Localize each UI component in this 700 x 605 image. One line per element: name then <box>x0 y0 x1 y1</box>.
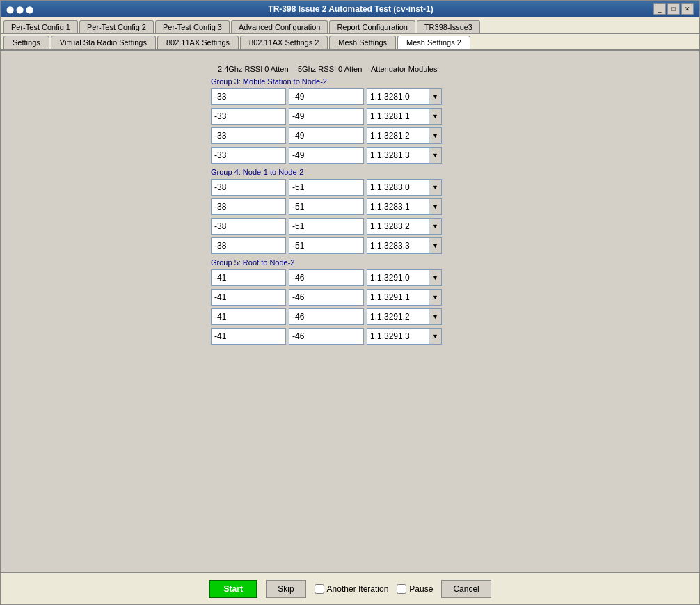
g5-r1-rssi1[interactable] <box>211 269 286 286</box>
g5-r3-dropdown-arrow[interactable]: ▼ <box>429 309 441 324</box>
table-row: 1.1.3283.3 ▼ <box>211 237 489 254</box>
g5-r4-dropdown-arrow[interactable]: ▼ <box>429 329 441 344</box>
title-bar: ⬤ ⬤ ⬤ TR-398 Issue 2 Automated Test (cv-… <box>1 1 699 17</box>
g5-r1-dropdown-arrow[interactable]: ▼ <box>429 270 441 285</box>
maximize-button[interactable]: □ <box>667 3 680 15</box>
g4-r2-module-select[interactable]: 1.1.3283.1 ▼ <box>367 198 442 215</box>
g5-r1-rssi2[interactable] <box>289 269 364 286</box>
table-row: 1.1.3291.0 ▼ <box>211 269 489 286</box>
g3-r4-module-value: 1.1.3281.3 <box>367 149 429 162</box>
g3-r3-module-value: 1.1.3281.2 <box>367 129 429 142</box>
g4-r3-rssi1[interactable] <box>211 218 286 235</box>
header-rssi2: 5Ghz RSSI 0 Atten <box>298 65 371 73</box>
tab-80211ax-settings-2[interactable]: 802.11AX Settings 2 <box>240 36 328 49</box>
g3-r3-dropdown-arrow[interactable]: ▼ <box>429 128 441 143</box>
tab-virtual-sta-radio[interactable]: Virtual Sta Radio Settings <box>51 36 156 49</box>
g4-r1-dropdown-arrow[interactable]: ▼ <box>429 180 441 195</box>
tab-report-configuration[interactable]: Report Configuration <box>329 20 415 33</box>
table-row: 1.1.3291.2 ▼ <box>211 308 489 325</box>
g5-r2-rssi1[interactable] <box>211 289 286 306</box>
table-row: 1.1.3281.2 ▼ <box>211 127 489 144</box>
table-row: 1.1.3291.3 ▼ <box>211 328 489 345</box>
pause-checkbox[interactable] <box>397 584 406 594</box>
header-rssi1: 2.4Ghz RSSI 0 Atten <box>218 65 298 73</box>
g5-r1-module-select[interactable]: 1.1.3291.0 ▼ <box>367 269 442 286</box>
g5-r2-module-select[interactable]: 1.1.3291.1 ▼ <box>367 289 442 306</box>
g4-r4-rssi1[interactable] <box>211 237 286 254</box>
g4-r1-rssi2[interactable] <box>289 179 364 196</box>
g3-r4-dropdown-arrow[interactable]: ▼ <box>429 148 441 163</box>
table-row: 1.1.3291.1 ▼ <box>211 289 489 306</box>
g3-r4-rssi2[interactable] <box>289 147 364 164</box>
g3-r2-module-select[interactable]: 1.1.3281.1 ▼ <box>367 108 442 125</box>
g5-r4-module-select[interactable]: 1.1.3291.3 ▼ <box>367 328 442 345</box>
tab-per-test-config-3[interactable]: Per-Test Config 3 <box>155 20 230 33</box>
g4-r3-module-select[interactable]: 1.1.3283.2 ▼ <box>367 218 442 235</box>
g4-r4-module-value: 1.1.3283.3 <box>367 239 429 252</box>
g5-r3-module-select[interactable]: 1.1.3291.2 ▼ <box>367 308 442 325</box>
g4-r2-rssi2[interactable] <box>289 198 364 215</box>
g3-r2-rssi1[interactable] <box>211 108 286 125</box>
g3-r1-module-value: 1.1.3281.0 <box>367 91 429 103</box>
g4-r4-dropdown-arrow[interactable]: ▼ <box>429 238 441 253</box>
tab-advanced-configuration[interactable]: Advanced Configuration <box>231 20 328 33</box>
g5-r3-rssi1[interactable] <box>211 308 286 325</box>
g3-r2-module-value: 1.1.3281.1 <box>367 110 429 123</box>
tab-80211ax-settings[interactable]: 802.11AX Settings <box>157 36 239 49</box>
another-iteration-checkbox[interactable] <box>315 584 324 594</box>
tab-row-2: Settings Virtual Sta Radio Settings 802.… <box>1 34 699 51</box>
g3-r3-rssi2[interactable] <box>289 127 364 144</box>
g3-r1-dropdown-arrow[interactable]: ▼ <box>429 89 441 104</box>
g4-r2-module-value: 1.1.3283.1 <box>367 201 429 213</box>
g4-r4-rssi2[interactable] <box>289 237 364 254</box>
table-row: 1.1.3281.3 ▼ <box>211 147 489 164</box>
g5-r2-rssi2[interactable] <box>289 289 364 306</box>
g5-r3-rssi2[interactable] <box>289 308 364 325</box>
table-row: 1.1.3283.1 ▼ <box>211 198 489 215</box>
g5-r4-rssi2[interactable] <box>289 328 364 345</box>
g3-r3-module-select[interactable]: 1.1.3281.2 ▼ <box>367 127 442 144</box>
another-iteration-checkbox-row: Another Iteration <box>315 584 389 594</box>
window-title: TR-398 Issue 2 Automated Test (cv-inst-1… <box>48 4 653 14</box>
content-area: 2.4Ghz RSSI 0 Atten 5Ghz RSSI 0 Atten At… <box>1 51 699 572</box>
bottom-bar: Start Skip Another Iteration Pause Cance… <box>1 572 699 604</box>
g3-r1-module-select[interactable]: 1.1.3281.0 ▼ <box>367 88 442 105</box>
g3-r2-dropdown-arrow[interactable]: ▼ <box>429 109 441 124</box>
g4-r3-dropdown-arrow[interactable]: ▼ <box>429 219 441 234</box>
g4-r2-rssi1[interactable] <box>211 198 286 215</box>
g5-r2-dropdown-arrow[interactable]: ▼ <box>429 290 441 305</box>
start-button[interactable]: Start <box>209 580 257 598</box>
tab-settings[interactable]: Settings <box>3 36 49 49</box>
g3-r1-rssi1[interactable] <box>211 88 286 105</box>
tab-row-1: Per-Test Config 1 Per-Test Config 2 Per-… <box>1 17 699 34</box>
g4-r1-rssi1[interactable] <box>211 179 286 196</box>
tab-mesh-settings[interactable]: Mesh Settings <box>329 36 396 49</box>
tab-per-test-config-2[interactable]: Per-Test Config 2 <box>79 20 154 33</box>
g5-r1-module-value: 1.1.3291.0 <box>367 272 429 284</box>
g3-r3-rssi1[interactable] <box>211 127 286 144</box>
g4-r1-module-select[interactable]: 1.1.3283.0 ▼ <box>367 179 442 196</box>
g5-r4-rssi1[interactable] <box>211 328 286 345</box>
g4-r4-module-select[interactable]: 1.1.3283.3 ▼ <box>367 237 442 254</box>
minimize-button[interactable]: _ <box>653 3 666 15</box>
cancel-button[interactable]: Cancel <box>441 580 491 598</box>
window-controls: _ □ ✕ <box>653 3 694 15</box>
g3-r4-rssi1[interactable] <box>211 147 286 164</box>
tab-per-test-config-1[interactable]: Per-Test Config 1 <box>3 20 78 33</box>
close-button[interactable]: ✕ <box>681 3 694 15</box>
g4-r1-module-value: 1.1.3283.0 <box>367 181 429 194</box>
g5-r3-module-value: 1.1.3291.2 <box>367 311 429 323</box>
g5-r4-module-value: 1.1.3291.3 <box>367 330 429 343</box>
column-headers: 2.4Ghz RSSI 0 Atten 5Ghz RSSI 0 Atten At… <box>211 65 489 73</box>
g4-r2-dropdown-arrow[interactable]: ▼ <box>429 199 441 214</box>
g4-r3-rssi2[interactable] <box>289 218 364 235</box>
pause-label: Pause <box>409 584 433 594</box>
table-row: 1.1.3283.0 ▼ <box>211 179 489 196</box>
tab-tr398-issue3[interactable]: TR398-Issue3 <box>417 20 480 33</box>
g4-r3-module-value: 1.1.3283.2 <box>367 220 429 233</box>
g3-r2-rssi2[interactable] <box>289 108 364 125</box>
tab-mesh-settings-2[interactable]: Mesh Settings 2 <box>397 36 470 49</box>
g3-r4-module-select[interactable]: 1.1.3281.3 ▼ <box>367 147 442 164</box>
g3-r1-rssi2[interactable] <box>289 88 364 105</box>
skip-button[interactable]: Skip <box>266 580 305 598</box>
